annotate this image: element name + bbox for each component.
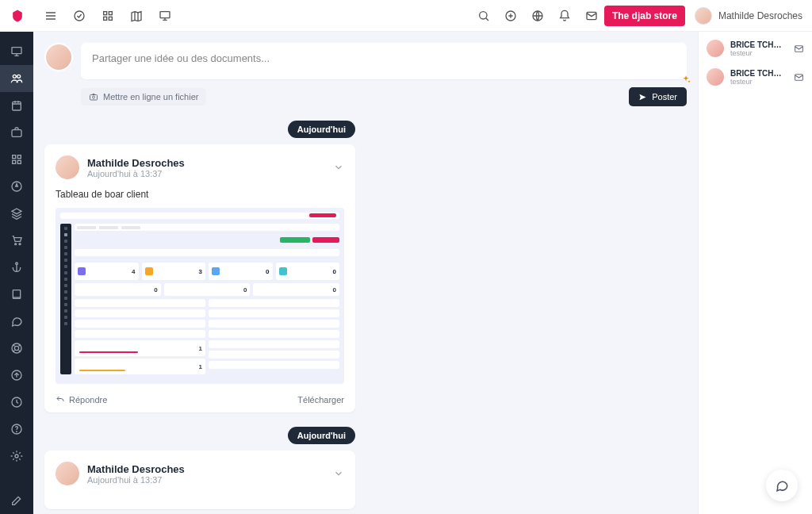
svg-point-29: [17, 432, 17, 432]
chat-fab[interactable]: [766, 470, 798, 501]
sidebar-help-icon[interactable]: [0, 416, 33, 443]
sidebar-chat-icon[interactable]: [0, 308, 33, 335]
sparkle-icon: [680, 75, 691, 86]
avatar: [707, 40, 724, 57]
svg-rect-4: [109, 17, 112, 20]
camera-icon: [89, 92, 98, 102]
envelope-icon[interactable]: [794, 44, 804, 54]
user-name[interactable]: Mathilde Desroches: [718, 10, 802, 21]
monitor-icon[interactable]: [159, 10, 171, 22]
composer-input[interactable]: Partager une idée ou des documents...: [81, 43, 687, 79]
post-author: Mathilde Desroches: [87, 157, 325, 169]
sidebar: [0, 32, 33, 514]
avatar: [44, 43, 73, 71]
sidebar-briefcase-icon[interactable]: [0, 119, 33, 146]
sidebar-monitor-icon[interactable]: [0, 38, 33, 65]
send-icon: [638, 93, 647, 102]
day-separator: Aujourd'hui: [288, 427, 355, 444]
sidebar-anchor-icon[interactable]: [0, 254, 33, 281]
contact-role: testeur: [730, 49, 787, 57]
svg-point-11: [13, 75, 16, 78]
search-icon[interactable]: [477, 10, 490, 22]
svg-point-21: [19, 244, 21, 245]
globe-icon[interactable]: [531, 10, 544, 22]
svg-rect-16: [17, 155, 21, 159]
svg-rect-14: [12, 130, 21, 137]
svg-rect-13: [13, 102, 21, 110]
avatar[interactable]: [695, 7, 712, 25]
svg-rect-17: [13, 160, 16, 163]
sidebar-calendar-icon[interactable]: [0, 92, 33, 119]
svg-point-30: [15, 455, 18, 458]
mail-icon[interactable]: [585, 10, 598, 22]
store-button[interactable]: The djab store: [604, 6, 685, 26]
sidebar-lifebuoy-icon[interactable]: [0, 335, 33, 362]
reply-button[interactable]: Répondre: [56, 395, 107, 405]
svg-rect-10: [12, 48, 21, 54]
contact-row[interactable]: BRICE TCHOULAGUE testeur: [707, 40, 804, 57]
sidebar-cart-icon[interactable]: [0, 227, 33, 254]
sidebar-target-icon[interactable]: [0, 173, 33, 200]
svg-point-12: [17, 75, 21, 78]
grid-icon[interactable]: [102, 10, 114, 22]
chat-icon: [775, 478, 789, 493]
contact-name: BRICE TCHOULAGUE: [730, 40, 787, 49]
contact-name: BRICE TCHOULAGUE: [730, 69, 787, 78]
svg-point-22: [16, 263, 18, 265]
reply-icon: [56, 395, 65, 405]
sidebar-grid-icon[interactable]: [0, 146, 33, 173]
svg-rect-15: [13, 155, 16, 159]
sidebar-settings-icon[interactable]: [0, 443, 33, 470]
map-icon[interactable]: [130, 10, 143, 22]
chevron-down-icon[interactable]: [333, 468, 344, 479]
svg-rect-2: [109, 11, 112, 14]
post-label: Poster: [652, 92, 677, 102]
day-separator: Aujourd'hui: [288, 121, 355, 138]
svg-point-25: [14, 346, 18, 350]
svg-point-20: [15, 244, 17, 245]
logo-icon[interactable]: [10, 8, 25, 24]
contact-role: testeur: [730, 78, 787, 86]
contacts-aside: BRICE TCHOULAGUE testeur BRICE TCHOULAGU…: [698, 32, 812, 514]
menu-icon[interactable]: [44, 10, 57, 22]
chevron-down-icon[interactable]: [333, 162, 344, 173]
post-button[interactable]: Poster: [629, 87, 687, 106]
post-time: Aujourd'hui à 13:37: [87, 169, 325, 178]
bell-icon[interactable]: [558, 10, 571, 22]
post-author: Mathilde Desroches: [87, 463, 325, 475]
sidebar-layers-icon[interactable]: [0, 200, 33, 227]
upload-file-button[interactable]: Mettre en ligne un fichier: [81, 88, 206, 105]
avatar: [707, 68, 724, 86]
svg-point-6: [480, 11, 487, 18]
check-circle-icon[interactable]: [73, 10, 86, 22]
sidebar-people-icon[interactable]: [0, 65, 33, 92]
sidebar-book-icon[interactable]: [0, 281, 33, 308]
post-card: Mathilde Desroches Aujourd'hui à 13:37 T…: [44, 144, 355, 412]
sidebar-clock-icon[interactable]: [0, 389, 33, 416]
sidebar-edit-icon[interactable]: [0, 487, 33, 514]
post-time: Aujourd'hui à 13:37: [87, 475, 325, 485]
download-button[interactable]: Télécharger: [297, 395, 344, 405]
svg-rect-1: [104, 11, 107, 14]
avatar: [56, 155, 79, 179]
contact-row[interactable]: BRICE TCHOULAGUE testeur: [707, 68, 804, 86]
svg-rect-18: [17, 160, 21, 163]
post-card: Mathilde Desroches Aujourd'hui à 13:37: [44, 451, 355, 509]
upload-label: Mettre en ligne un fichier: [103, 92, 198, 102]
svg-rect-5: [160, 11, 170, 17]
sidebar-upload-icon[interactable]: [0, 362, 33, 389]
post-text: Tableau de boar client: [56, 189, 344, 200]
svg-rect-3: [104, 17, 107, 20]
reply-label: Répondre: [69, 395, 107, 405]
avatar: [56, 462, 79, 485]
post-attachment-thumbnail[interactable]: 4 3 0 0 0 0 0: [56, 208, 344, 384]
svg-rect-33: [90, 95, 98, 101]
svg-point-34: [93, 96, 95, 98]
plus-circle-icon[interactable]: [504, 10, 517, 22]
envelope-icon[interactable]: [794, 72, 804, 82]
svg-point-0: [75, 11, 84, 21]
